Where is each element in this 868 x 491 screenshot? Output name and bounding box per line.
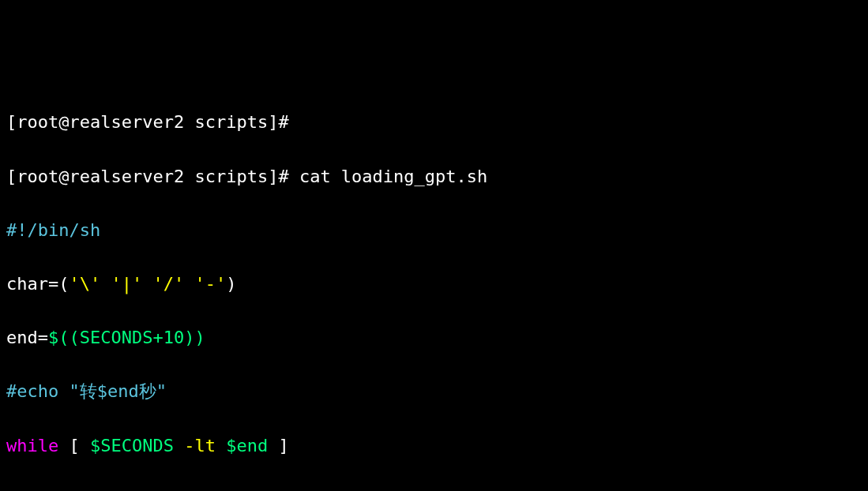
char-val3: '/' [152,274,184,294]
while-bracket2: ] [268,436,289,455]
comment-cjk2: 秒 [139,381,156,401]
while-bracket1: [ [58,436,90,455]
prompt-path: scripts [184,167,268,186]
terminal-line-1: [root@realserver2 scripts]# [6,109,862,136]
prompt-path: scripts [184,112,268,132]
while-keyword: while [6,436,58,455]
while-var2: $end [226,436,268,455]
comment-var: $end [97,381,139,401]
while-var1: $SECONDS [90,436,174,455]
script-end-assign: end=$((SECONDS+10)) [6,324,862,351]
shebang-text: #!/bin/sh [6,220,100,240]
prompt-bracket: [ [6,167,17,186]
char-close: ) [226,274,236,294]
terminal-line-2: [root@realserver2 scripts]# cat loading_… [6,163,862,190]
command-cat: cat loading_gpt.sh [299,167,487,186]
char-val2: '|' [111,274,142,294]
comment-hash: #echo [6,381,69,401]
end-expr: $((SECONDS+10)) [48,328,205,347]
while-op: -lt [174,436,226,455]
char-space [142,274,152,294]
char-eq: =( [48,274,70,294]
script-while: while [ $SECONDS -lt $end ] [6,433,862,459]
script-shebang: #!/bin/sh [6,217,862,244]
comment-q1: " [69,381,79,401]
comment-cjk1: 转 [80,381,97,401]
end-var: end [6,328,38,347]
prompt-userhost: root@realserver2 [17,167,184,186]
prompt-bracket-close: ]# [268,112,289,132]
char-space [184,274,194,294]
prompt-space [289,167,299,186]
char-space [100,274,111,294]
end-eq: = [38,328,48,347]
comment-q2: " [156,381,167,401]
script-comment1: #echo "转$end秒" [6,378,862,405]
prompt-bracket-close: ]# [268,167,289,186]
prompt-userhost: root@realserver2 [17,112,184,132]
char-val1: '\' [69,274,100,294]
script-char-assign: char=('\' '|' '/' '-') [6,271,862,298]
prompt-bracket: [ [6,112,17,132]
script-do1: do [6,486,862,491]
char-val4: '-' [194,274,226,294]
char-var: char [6,274,48,294]
